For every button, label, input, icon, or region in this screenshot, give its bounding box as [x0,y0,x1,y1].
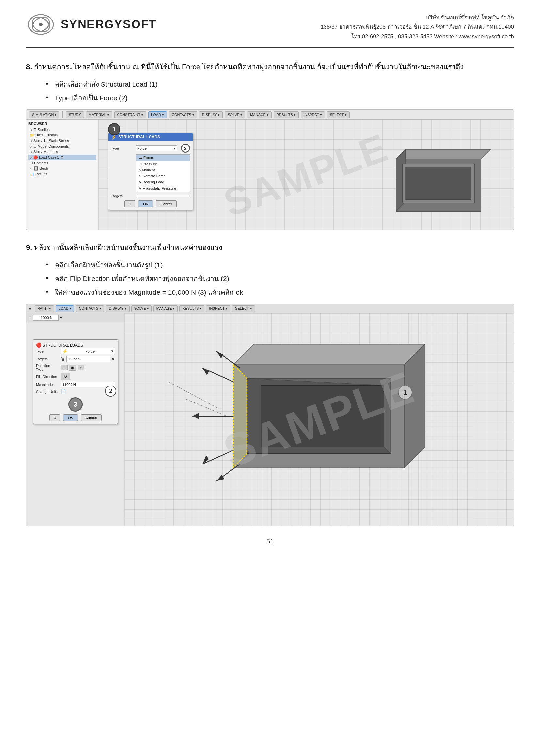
dialog2-targets-row: Targets 🖱 1 Face ✕ [36,356,115,362]
toolbar2-manage[interactable]: MANAGE ▾ [153,305,178,312]
step9-title: 9. หลังจากนั้นคลิกเลือกผิวหน้าของชิ้นงาน… [26,242,514,253]
dialog2-change-units-label: Change Units [36,390,59,394]
3d-box-svg2 [124,314,513,526]
toolbar-contacts[interactable]: CONTACTS ▾ [169,111,197,118]
dialog2-type-label: Type [36,349,59,353]
step8-bullet-1: คลิกเลือกคำสั่ง Structural Load (1) [46,78,514,90]
toolbar2-select[interactable]: SELECT ▾ [232,305,255,312]
callout-1: 1 [108,123,120,135]
svg-marker-17 [233,365,247,468]
toolbar-display[interactable]: DISPLAY ▾ [199,111,223,118]
dropdown-moment[interactable]: ○ Moment [136,167,190,173]
step8-number: 8. [26,63,32,71]
svg-point-3 [39,23,43,27]
dialog2-cancel-btn[interactable]: Cancel [81,414,101,421]
dialog2-info-btn[interactable]: ℹ [49,414,61,421]
dialog1-cancel-btn[interactable]: Cancel [156,200,177,207]
step8-text: กำหนดภาระโหลดให้กับชิ้นงาน ณ ที่นี้ให้ใช… [34,63,464,71]
screenshot2: ≡ RAINT ▾ LOAD ▾ CONTACTS ▾ DISPLAY ▾ SO… [26,304,514,526]
dialog2-type-dropdown[interactable]: ⚡ Force ▾ [61,348,115,354]
browser-panel1: BROWSER ▷ ☰ Studies 📁 Units: Custom ▷ St… [27,120,98,230]
tree-study1[interactable]: ▷ Study 1 - Static Stress [28,138,96,144]
step9-section: 9. หลังจากนั้นคลิกเลือกผิวหน้าของชิ้นงาน… [26,242,514,526]
toolbar2-contacts[interactable]: CONTACTS ▾ [76,305,104,312]
dialog2-targets-control: 🖱 1 Face ✕ [61,356,115,362]
tree-study-mat[interactable]: ▷ Study Materials [28,149,96,155]
direction-btn2[interactable]: ⊞ [69,365,76,371]
direction-btn1[interactable]: □ [61,365,68,370]
dialog2-targets-clear[interactable]: ✕ [111,357,115,362]
page-number: 51 [26,538,514,545]
brand-name: SYNERGYSOFT [61,18,157,31]
dialog2-title: 🔴 STRUCTURAL LOADS [36,342,115,348]
toolbar1: SIMULATION ▾ STUDY MATERIAL ▾ CONSTRAINT… [27,110,513,120]
tree-contacts[interactable]: ☐ Contacts [28,160,96,166]
toolbar2-load[interactable]: LOAD ▾ [56,305,74,312]
toolbar2-inspect[interactable]: INSPECT ▾ [206,305,230,312]
company-line1: บริษัท ซินเนอร์ซี่ซอฟท์ โซลูชั่น จำกัด [321,13,514,23]
mini-toolbar2: ⊞ 11000 N ▾ [27,314,124,322]
tree-mesh[interactable]: ✓ 🔲 Mesh [28,166,96,171]
tree-load-case[interactable]: ▷ 🔴 Load Case 1 ⚙ [28,155,96,160]
dialog1-info-btn[interactable]: ℹ [124,200,135,207]
dialog1-ok-btn[interactable]: OK [138,200,153,207]
dialog2-magnitude-label: Magnitude [36,383,59,387]
callout-2: 2 [181,144,190,153]
flip-direction-btn[interactable]: ↺ [61,373,70,380]
callout-3: 3 [68,397,82,412]
dropdown-hydrostatic[interactable]: ≋ Hydrostatic Pressure [136,186,190,191]
toolbar2-constraint[interactable]: RAINT ▾ [35,305,54,312]
company-line3: โทร 02-692-2575 , 085-323-5453 Website :… [321,32,514,42]
dialog1-dropdown-menu: ☁ Force ⊞ Pressure ○ Moment ⊕ Remote For… [136,154,190,192]
structural-loads-dialog2: 🔴 STRUCTURAL LOADS Type ⚡ Force ▾ [33,339,118,424]
toolbar2-solve[interactable]: SOLVE ▾ [131,305,152,312]
step9-bullet-1: คลิกเลือกผิวหน้าของชิ้นงานดังรูป (1) [46,259,514,271]
dialog2-change-units-row: Change Units 📄 [36,389,115,394]
toolbar-study[interactable]: STUDY [66,111,83,118]
dropdown-pressure[interactable]: ⊞ Pressure [136,161,190,167]
toolbar-results[interactable]: RESULTS ▾ [274,111,299,118]
dialog1-targets-label: Targets [111,194,134,198]
dropdown-bearing-load[interactable]: ⊗ Bearing Load [136,179,190,186]
dialog1-type-row: Type Force ▾ 2 [111,144,190,153]
tree-studies[interactable]: ▷ ☰ Studies [28,127,96,133]
dialog1-title: ⚡ STRUCTURAL LOADS [108,133,193,141]
toolbar-simulation[interactable]: SIMULATION ▾ [29,111,60,118]
3d-view2: 1 SAMPLE [124,314,513,526]
toolbar-inspect[interactable]: INSPECT ▾ [301,111,325,118]
dropdown-remote-force[interactable]: ⊕ Remote Force [136,173,190,179]
header: SYNERGYSOFT บริษัท ซินเนอร์ซี่ซอฟท์ โซลู… [26,13,514,48]
step9-number: 9. [26,243,32,252]
toolbar2-results[interactable]: RESULTS ▾ [179,305,204,312]
step9-bullets: คลิกเลือกผิวหน้าของชิ้นงานดังรูป (1) คลิ… [46,259,514,298]
dialog2-direction-row: Direction Type □ ⊞ ↕ 2 [36,364,115,371]
tree-model-comp[interactable]: ▷ ☐ Model Components [28,144,96,149]
toolbar2: ≡ RAINT ▾ LOAD ▾ CONTACTS ▾ DISPLAY ▾ SO… [27,304,513,314]
dialog1-type-dropdown[interactable]: Force ▾ [136,145,177,152]
toolbar-material[interactable]: MATERIAL ▾ [86,111,112,118]
screenshot1: SIMULATION ▾ STUDY MATERIAL ▾ CONSTRAINT… [26,109,514,230]
company-info: บริษัท ซินเนอร์ซี่ซอฟท์ โซลูชั่น จำกัด 1… [321,13,514,42]
dialog2-direction-control: □ ⊞ ↕ 2 [61,365,84,371]
dialog2-flip-row: Flip Direction ↺ [36,373,115,380]
magnitude-input-top[interactable]: 11000 N [33,315,59,320]
step8-section: 8. กำหนดภาระโหลดให้กับชิ้นงาน ณ ที่นี้ให… [26,61,514,230]
dialog2-ok-btn[interactable]: OK [63,414,78,421]
dialog1-targets-row: Targets [111,194,190,198]
dialog2-magnitude-row: Magnitude [36,382,115,387]
toolbar2-icon: ≡ [29,306,32,311]
tree-results[interactable]: 📊 Results [28,171,96,177]
change-units-btn[interactable]: 📄 [61,389,66,394]
tree-units[interactable]: 📁 Units: Custom [28,133,96,138]
toolbar-solve[interactable]: SOLVE ▾ [225,111,245,118]
direction-btn3[interactable]: ↕ [78,365,84,370]
toolbar2-display[interactable]: DISPLAY ▾ [106,305,130,312]
toolbar-manage[interactable]: MANAGE ▾ [247,111,272,118]
3d-shape1 [370,139,494,219]
toolbar-constraint[interactable]: CONSTRAINT ▾ [114,111,146,118]
dropdown-force[interactable]: ☁ Force [136,155,190,161]
toolbar-select[interactable]: SELECT ▾ [327,111,350,118]
dialog1-buttons: ℹ OK Cancel [111,200,190,207]
toolbar-load[interactable]: LOAD ▾ [148,111,167,118]
callout3-area: 3 [36,397,115,412]
